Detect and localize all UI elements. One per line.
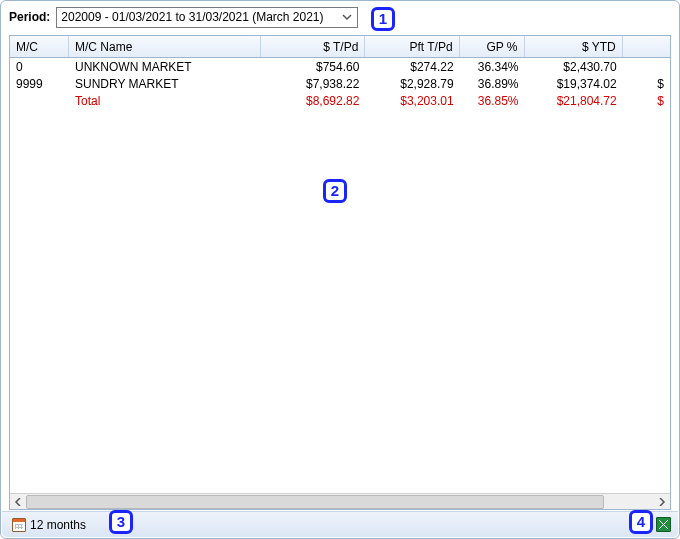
period-label: Period: [9,10,50,24]
footer-toolbar: 12 months [2,511,678,537]
cell-pfttpd: $274.22 [365,58,459,75]
grid-header-row: M/C M/C Name $ T/Pd Pft T/Pd GP % $ YTD [10,36,670,58]
excel-icon [656,517,671,532]
col-header-gp[interactable]: GP % [460,36,525,57]
report-panel: Period: 202009 - 01/03/2021 to 31/03/202… [0,0,680,539]
twelve-months-label: 12 months [30,518,86,532]
scrollbar-track[interactable] [26,494,654,510]
col-header-pfttpd[interactable]: Pft T/Pd [365,36,459,57]
scroll-left-arrow-icon[interactable] [10,494,26,510]
cell-pfttpd: $3,203.01 [365,92,459,109]
cell-tail: $ [623,92,670,109]
cell-gp: 36.89% [460,75,525,92]
cell-tail: $ [623,75,670,92]
cell-sytd: $21,804.72 [525,92,623,109]
cell-stpd: $8,692.82 [261,92,365,109]
scroll-right-arrow-icon[interactable] [654,494,670,510]
period-dropdown[interactable]: 202009 - 01/03/2021 to 31/03/2021 (March… [56,7,358,28]
cell-mc: 9999 [10,75,69,92]
col-header-mcname[interactable]: M/C Name [69,36,261,57]
cell-sytd: $19,374.02 [525,75,623,92]
horizontal-scrollbar[interactable] [10,493,670,509]
total-row[interactable]: Total $8,692.82 $3,203.01 36.85% $21,804… [10,92,670,109]
cell-gp: 36.85% [460,92,525,109]
cell-gp: 36.34% [460,58,525,75]
table-row[interactable]: 0 UNKNOWN MARKET $754.60 $274.22 36.34% … [10,58,670,75]
period-selected-text: 202009 - 01/03/2021 to 31/03/2021 (March… [61,10,323,24]
cell-pfttpd: $2,928.79 [365,75,459,92]
callout-3: 3 [109,510,133,534]
col-header-mc[interactable]: M/C [10,36,69,57]
cell-tail [623,58,670,75]
cell-mc: 0 [10,58,69,75]
twelve-months-button[interactable]: 12 months [8,515,93,535]
cell-mcname: UNKNOWN MARKET [69,58,261,75]
chevron-down-icon [341,11,353,23]
period-row: Period: 202009 - 01/03/2021 to 31/03/202… [1,1,679,31]
export-excel-button[interactable] [654,516,672,534]
calendar-icon [12,518,26,532]
col-header-overflow[interactable] [623,36,670,57]
callout-2: 2 [323,179,347,203]
cell-stpd: $754.60 [261,58,365,75]
callout-1: 1 [371,7,395,31]
cell-mc [10,92,69,109]
cell-mcname: SUNDRY MARKET [69,75,261,92]
cell-sytd: $2,430.70 [525,58,623,75]
cell-mcname: Total [69,92,261,109]
col-header-sytd[interactable]: $ YTD [525,36,623,57]
grid-body: 0 UNKNOWN MARKET $754.60 $274.22 36.34% … [10,58,670,493]
col-header-stpd[interactable]: $ T/Pd [261,36,365,57]
cell-stpd: $7,938.22 [261,75,365,92]
data-grid: M/C M/C Name $ T/Pd Pft T/Pd GP % $ YTD … [9,35,671,510]
scrollbar-thumb[interactable] [26,495,604,509]
callout-4: 4 [629,510,653,534]
table-row[interactable]: 9999 SUNDRY MARKET $7,938.22 $2,928.79 3… [10,75,670,92]
